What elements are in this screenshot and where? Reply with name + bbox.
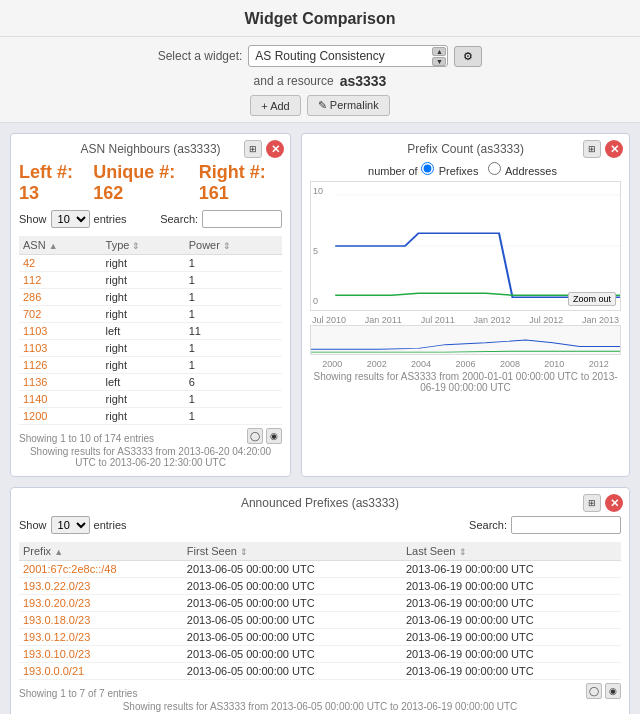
prefix-expand-button[interactable]: ⊞ xyxy=(583,140,601,158)
asn-pagination[interactable]: ◯ ◉ xyxy=(247,428,282,444)
prefix-link[interactable]: 193.0.18.0/23 xyxy=(23,614,90,626)
prefix-cell: 193.0.0.0/21 xyxy=(19,663,183,680)
prefix-sort-icon: ▲ xyxy=(54,547,63,557)
prefix-results-note: Showing results for AS3333 from 2000-01-… xyxy=(310,371,621,393)
type-cell: right xyxy=(102,391,185,408)
prefixes-radio-label[interactable]: Prefixes xyxy=(421,165,479,177)
power-cell: 1 xyxy=(185,306,282,323)
prefixes-radio[interactable] xyxy=(421,162,434,175)
entries-select[interactable]: 10 xyxy=(51,210,90,228)
prefix-close-button[interactable]: ✕ xyxy=(605,140,623,158)
type-cell: right xyxy=(102,357,185,374)
first-seen-cell: 2013-06-05 00:00:00 UTC xyxy=(183,595,402,612)
col-last-seen[interactable]: Last Seen ⇕ xyxy=(402,542,621,561)
announced-pagination[interactable]: ◯ ◉ xyxy=(586,683,621,699)
y-label-10: 10 xyxy=(313,186,323,196)
announced-entries-select[interactable]: 10 xyxy=(51,516,90,534)
prefix-link[interactable]: 193.0.12.0/23 xyxy=(23,631,90,643)
asn-search-input[interactable] xyxy=(202,210,282,228)
first-seen-cell: 2013-06-05 00:00:00 UTC xyxy=(183,663,402,680)
announced-pg-prev[interactable]: ◯ xyxy=(586,683,602,699)
prefix-link[interactable]: 2001:67c:2e8c::/48 xyxy=(23,563,117,575)
addresses-radio[interactable] xyxy=(488,162,501,175)
asn-widget-title: ASN Neighbours (as3333) xyxy=(19,142,282,156)
asn-showing-label: Showing 1 to 10 of 174 entries xyxy=(19,433,154,444)
asn-expand-button[interactable]: ⊞ xyxy=(244,140,262,158)
top-widgets-row: ✕ ⊞ ASN Neighbours (as3333) Left #: 13 U… xyxy=(10,133,630,477)
asn-link[interactable]: 1126 xyxy=(23,359,47,371)
table-row: 42 right 1 xyxy=(19,255,282,272)
last-seen-cell: 2013-06-19 00:00:00 UTC xyxy=(402,646,621,663)
asn-cell: 1126 xyxy=(19,357,102,374)
addresses-radio-label[interactable]: Addresses xyxy=(488,165,557,177)
col-power[interactable]: Power ⇕ xyxy=(185,236,282,255)
asn-link[interactable]: 1140 xyxy=(23,393,47,405)
y-label-5: 5 xyxy=(313,246,318,256)
asn-link[interactable]: 1200 xyxy=(23,410,47,422)
announced-showing-footer: Showing 1 to 7 of 7 entries ◯ ◉ xyxy=(19,683,621,699)
asn-link[interactable]: 702 xyxy=(23,308,41,320)
prefix-cell: 193.0.20.0/23 xyxy=(19,595,183,612)
col-prefix[interactable]: Prefix ▲ xyxy=(19,542,183,561)
type-cell: right xyxy=(102,289,185,306)
col-type[interactable]: Type ⇕ xyxy=(102,236,185,255)
show-entries-control: Show 10 entries xyxy=(19,210,127,228)
permalink-button[interactable]: ✎ Permalink xyxy=(307,95,390,116)
announced-table-controls: Show 10 entries Search: xyxy=(19,516,621,538)
prefix-link[interactable]: 193.0.0.0/21 xyxy=(23,665,84,677)
zoom-out-button[interactable]: Zoom out xyxy=(568,292,616,306)
prefix-link[interactable]: 193.0.20.0/23 xyxy=(23,597,90,609)
announced-expand-button[interactable]: ⊞ xyxy=(583,494,601,512)
left-value: 13 xyxy=(19,183,39,203)
mini-chart-labels: 2000 2002 2004 2006 2008 2010 2012 xyxy=(310,359,621,369)
asn-close-button[interactable]: ✕ xyxy=(266,140,284,158)
announced-search-input[interactable] xyxy=(511,516,621,534)
spin-up[interactable]: ▲ xyxy=(432,47,446,56)
col-first-seen[interactable]: First Seen ⇕ xyxy=(183,542,402,561)
asn-cell: 1200 xyxy=(19,408,102,425)
asn-stats: Left #: 13 Unique #: 162 Right #: 161 xyxy=(19,162,282,204)
last-sort-icon: ⇕ xyxy=(459,547,467,557)
asn-link[interactable]: 1103 xyxy=(23,342,47,354)
power-cell: 1 xyxy=(185,357,282,374)
asn-link[interactable]: 42 xyxy=(23,257,35,269)
col-asn[interactable]: ASN ▲ xyxy=(19,236,102,255)
type-cell: left xyxy=(102,374,185,391)
announced-close-button[interactable]: ✕ xyxy=(605,494,623,512)
prefix-link[interactable]: 193.0.22.0/23 xyxy=(23,580,90,592)
announced-table: Prefix ▲ First Seen ⇕ Last Seen ⇕ 2001:6… xyxy=(19,542,621,680)
widget-selector[interactable]: AS Routing Consistency ▲ ▼ xyxy=(248,45,448,67)
announced-entries-label: entries xyxy=(94,519,127,531)
asn-link[interactable]: 1103 xyxy=(23,325,47,337)
mini-chart-svg xyxy=(311,326,620,354)
table-row: 1126 right 1 xyxy=(19,357,282,374)
power-cell: 1 xyxy=(185,391,282,408)
pg-next[interactable]: ◉ xyxy=(266,428,282,444)
announced-results-note: Showing results for AS3333 from 2013-06-… xyxy=(19,701,621,712)
asn-link[interactable]: 112 xyxy=(23,274,41,286)
table-row: 193.0.0.0/21 2013-06-05 00:00:00 UTC 201… xyxy=(19,663,621,680)
asn-link[interactable]: 1136 xyxy=(23,376,47,388)
right-value: 161 xyxy=(199,183,229,203)
power-cell: 1 xyxy=(185,408,282,425)
announced-search-label: Search: xyxy=(469,519,507,531)
prefix-count-widget: ✕ ⊞ Prefix Count (as3333) number of Pref… xyxy=(301,133,630,477)
asn-cell: 1136 xyxy=(19,374,102,391)
prefix-link[interactable]: 193.0.10.0/23 xyxy=(23,648,90,660)
asn-link[interactable]: 286 xyxy=(23,291,41,303)
add-button[interactable]: + Add xyxy=(250,95,300,116)
first-seen-cell: 2013-06-05 00:00:00 UTC xyxy=(183,629,402,646)
spin-down[interactable]: ▼ xyxy=(432,57,446,66)
pg-prev[interactable]: ◯ xyxy=(247,428,263,444)
select-widget-label: Select a widget: xyxy=(158,49,243,63)
widget-select-input[interactable]: AS Routing Consistency xyxy=(248,45,448,67)
asn-cell: 1140 xyxy=(19,391,102,408)
resource-value: as3333 xyxy=(340,73,387,89)
unique-stat: Unique #: 162 xyxy=(93,162,189,204)
announced-pg-next[interactable]: ◉ xyxy=(605,683,621,699)
settings-button[interactable]: ⚙ xyxy=(454,46,482,67)
last-seen-cell: 2013-06-19 00:00:00 UTC xyxy=(402,663,621,680)
spin-arrows[interactable]: ▲ ▼ xyxy=(432,47,446,66)
left-label: Left #: xyxy=(19,162,73,182)
asn-cell: 702 xyxy=(19,306,102,323)
